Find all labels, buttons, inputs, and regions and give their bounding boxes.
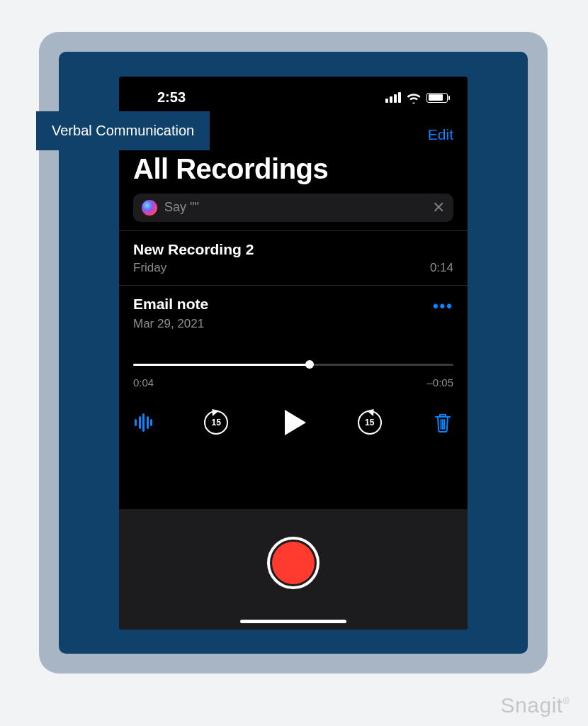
trash-icon bbox=[434, 412, 452, 433]
play-button[interactable] bbox=[281, 410, 306, 435]
page-title: All Recordings bbox=[119, 143, 468, 194]
battery-icon bbox=[426, 93, 448, 103]
recordings-list: New Recording 2 Friday 0:14 Email note •… bbox=[119, 230, 468, 435]
waveform-edit-button[interactable] bbox=[135, 413, 152, 432]
status-time: 2:53 bbox=[139, 89, 186, 106]
skip-forward-button[interactable]: 15 bbox=[358, 411, 382, 435]
scrubber[interactable] bbox=[133, 357, 453, 372]
scrub-time-labels: 0:04 –0:05 bbox=[133, 376, 453, 389]
transport-controls: 15 15 bbox=[133, 410, 453, 435]
waveform-icon bbox=[135, 413, 152, 432]
play-icon bbox=[285, 410, 306, 435]
close-icon[interactable]: ✕ bbox=[432, 200, 445, 216]
skip-forward-15-icon: 15 bbox=[358, 411, 382, 435]
recording-duration: 0:14 bbox=[430, 261, 453, 275]
recording-date: Friday bbox=[133, 261, 166, 275]
record-bar bbox=[119, 509, 468, 630]
snagit-watermark: Snagit® bbox=[501, 693, 570, 717]
recording-row-expanded[interactable]: Email note ••• Mar 29, 2021 bbox=[119, 286, 468, 341]
delete-button[interactable] bbox=[434, 412, 452, 433]
phone-screen: 2:53 Edit All Recordings S bbox=[119, 77, 468, 630]
elapsed-time: 0:04 bbox=[133, 376, 154, 389]
siri-icon bbox=[142, 200, 157, 216]
wifi-icon bbox=[406, 92, 422, 104]
siri-suggestion-bar[interactable]: Say "" ✕ bbox=[133, 194, 453, 222]
scrub-thumb[interactable] bbox=[305, 360, 314, 369]
recording-row[interactable]: New Recording 2 Friday 0:14 bbox=[119, 231, 468, 285]
skip-back-15-icon: 15 bbox=[204, 411, 228, 435]
more-options-button[interactable]: ••• bbox=[433, 296, 453, 314]
skip-back-button[interactable]: 15 bbox=[204, 411, 228, 435]
callout-label: Verbal Communication bbox=[36, 111, 210, 150]
cellular-signal-icon bbox=[385, 92, 401, 103]
status-bar: 2:53 bbox=[119, 77, 468, 113]
status-icons bbox=[385, 92, 448, 104]
screenshot-card: 2:53 Edit All Recordings S bbox=[39, 32, 548, 674]
remaining-time: –0:05 bbox=[426, 376, 453, 389]
record-icon bbox=[272, 542, 315, 584]
recording-title: New Recording 2 bbox=[133, 241, 254, 258]
edit-button[interactable]: Edit bbox=[428, 126, 453, 143]
siri-prompt-text: Say "" bbox=[164, 200, 425, 215]
home-indicator[interactable] bbox=[240, 620, 346, 623]
recording-date: Mar 29, 2021 bbox=[133, 317, 204, 331]
record-button[interactable] bbox=[267, 537, 320, 589]
scrub-progress bbox=[133, 364, 310, 366]
playback-controls: 0:04 –0:05 15 bbox=[119, 357, 468, 435]
recording-title: Email note bbox=[133, 296, 208, 313]
